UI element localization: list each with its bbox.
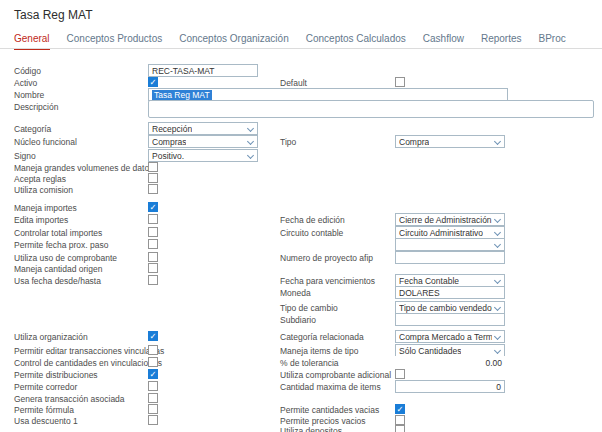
chevron-down-icon (494, 277, 501, 284)
subdiario-input[interactable] (395, 313, 505, 326)
tipo-select[interactable]: Compra (395, 135, 505, 148)
chevron-down-icon (494, 347, 501, 354)
signo-label: Signo (14, 151, 36, 161)
utiliza-comprobante-adicional-checkbox[interactable] (395, 369, 405, 379)
chevron-down-icon (494, 241, 501, 248)
maneja-importes-checkbox[interactable] (148, 202, 158, 212)
descripcion-textarea[interactable] (148, 100, 594, 118)
nombre-selected-text: Tasa Reg MAT (152, 90, 212, 100)
maneja-grandes-volumenes-checkbox[interactable] (148, 162, 158, 172)
utiliza-organizacion-checkbox[interactable] (148, 331, 158, 341)
usa-fecha-desde-hasta-label: Usa fecha desde/hasta (14, 276, 101, 286)
utiliza-depositos-label: Utiliza depositos (280, 426, 342, 432)
permite-cantidades-vacias-checkbox[interactable] (395, 404, 405, 414)
maneja-cantidad-origen-label: Maneja cantidad origen (14, 264, 102, 274)
utiliza-uso-comprobante-checkbox[interactable] (148, 252, 158, 262)
chevron-down-icon (247, 152, 254, 159)
control-cantidades-vinculaciones-label: Control de cantidades en vinculaciones (14, 358, 162, 368)
maneja-items-de-tipo-label: Maneja items de tipo (280, 346, 358, 356)
permite-fecha-prox-label: Permite fecha prox. paso (14, 240, 109, 250)
descripcion-label: Descripción (14, 102, 58, 112)
codigo-label: Código (14, 66, 41, 76)
tab-divider (0, 48, 602, 49)
fecha-de-edicion-label: Fecha de edición (280, 215, 345, 225)
moneda-label: Moneda (280, 288, 311, 298)
nucleo-funcional-label: Núcleo funcional (14, 137, 77, 147)
permite-corredor-checkbox[interactable] (148, 381, 158, 391)
edita-importes-checkbox[interactable] (148, 214, 158, 224)
default-label: Default (280, 78, 307, 88)
permite-fecha-prox-checkbox[interactable] (148, 239, 158, 249)
chevron-down-icon (494, 216, 501, 223)
chevron-down-icon (247, 138, 254, 145)
activo-label: Activo (14, 78, 37, 88)
chevron-down-icon (494, 304, 501, 311)
edita-importes-label: Edita importes (14, 215, 68, 225)
permite-corredor-label: Permite corredor (14, 382, 77, 392)
fecha-para-vencimientos-label: Fecha para vencimientos (280, 276, 375, 286)
circuito-contable-secondary-select[interactable] (395, 238, 505, 251)
nucleo-funcional-select[interactable]: Compras (148, 135, 258, 148)
chevron-down-icon (247, 125, 254, 132)
maneja-importes-label: Maneja importes (14, 203, 77, 213)
permite-distribuciones-checkbox[interactable] (148, 369, 158, 379)
porcentaje-tolerancia-label: % de tolerancia (280, 358, 339, 368)
utiliza-depositos-checkbox[interactable] (395, 425, 405, 432)
usa-fecha-desde-hasta-checkbox[interactable] (148, 275, 158, 285)
permite-formula-checkbox[interactable] (148, 404, 158, 414)
utiliza-organizacion-label: Utiliza organización (14, 332, 88, 342)
subdiario-label: Subdiario (280, 315, 316, 325)
default-checkbox[interactable] (395, 77, 405, 87)
utiliza-comision-checkbox[interactable] (148, 184, 158, 194)
tipo-label: Tipo (280, 137, 296, 147)
control-cantidades-vinculaciones-checkbox[interactable] (148, 357, 158, 367)
chevron-down-icon (494, 229, 501, 236)
page-title: Tasa Reg MAT (14, 8, 92, 22)
controlar-total-importes-label: Controlar total importes (14, 228, 102, 238)
categoria-relacionada-label: Categoría relacionada (280, 332, 364, 342)
fecha-de-edicion-select[interactable]: Cierre de Administración (395, 213, 505, 226)
permitir-editar-transacciones-checkbox[interactable] (148, 345, 158, 355)
tipo-de-cambio-label: Tipo de cambio (280, 303, 338, 313)
categoria-label: Categoría (14, 124, 51, 134)
acepta-reglas-checkbox[interactable] (148, 173, 158, 183)
permitir-editar-transacciones-label: Permitir editar transacciones vinculadas (14, 346, 164, 356)
circuito-contable-label: Circuito contable (280, 228, 343, 238)
maneja-cantidad-origen-checkbox[interactable] (148, 263, 158, 273)
utiliza-comprobante-adicional-label: Utiliza comprobante adicional (280, 370, 391, 380)
utiliza-comision-label: Utiliza comision (14, 185, 73, 195)
categoria-select[interactable]: Recepción (148, 122, 258, 135)
cantidad-maxima-items-label: Cantidad maxima de items (280, 382, 381, 392)
categoria-relacionada-select[interactable]: Compra Mercado a Termino (395, 330, 505, 343)
moneda-input[interactable]: DOLARES (395, 286, 505, 299)
genera-transaccion-asociada-checkbox[interactable] (148, 393, 158, 403)
controlar-total-importes-checkbox[interactable] (148, 227, 158, 237)
nombre-label: Nombre (14, 90, 44, 100)
permite-distribuciones-label: Permite distribuciones (14, 370, 98, 380)
chevron-down-icon (494, 138, 501, 145)
activo-checkbox[interactable] (148, 77, 158, 87)
chevron-down-icon (494, 333, 501, 340)
